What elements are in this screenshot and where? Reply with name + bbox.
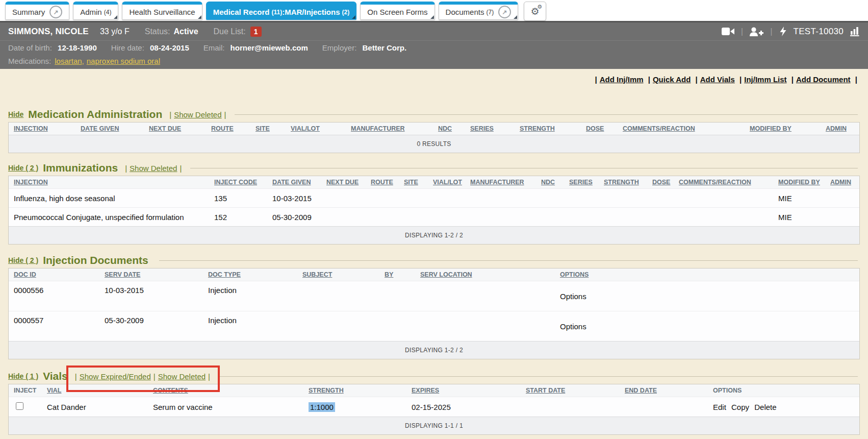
tab-documents[interactable]: Documents (7) ↗ bbox=[439, 2, 519, 20]
col-vial-lot[interactable]: VIAL/LOT bbox=[433, 176, 470, 189]
patient-header-icons: | | TEST-10030 bbox=[722, 27, 860, 37]
document-options-link[interactable]: Options bbox=[560, 311, 859, 342]
col-vial-lot[interactable]: VIAL/LOT bbox=[291, 123, 351, 135]
vials-show-deleted-link[interactable]: Show Deleted bbox=[158, 372, 206, 381]
col-date-given[interactable]: DATE GIVEN bbox=[81, 123, 149, 135]
vials-header: Hide ( 1 ) Vials | Show Expired/Ended | … bbox=[8, 369, 860, 384]
edit-link[interactable]: Edit bbox=[713, 403, 726, 411]
quick-add-link[interactable]: Quick Add bbox=[653, 75, 691, 84]
col-next-due[interactable]: NEXT DUE bbox=[326, 176, 371, 189]
document-options-link[interactable]: Options bbox=[560, 281, 859, 311]
injection-documents-hide-link[interactable]: Hide ( 2 ) bbox=[8, 256, 38, 264]
lightning-bolt-icon[interactable] bbox=[779, 27, 787, 36]
tab-summary-label: Summary bbox=[12, 8, 45, 16]
col-comments-reaction[interactable]: COMMENTS/REACTION bbox=[623, 123, 750, 135]
col-manufacturer[interactable]: MANUFACTURER bbox=[351, 123, 438, 135]
immunizations-hide-link[interactable]: Hide ( 2 ) bbox=[8, 164, 38, 172]
due-list-badge[interactable]: 1 bbox=[250, 27, 262, 37]
injection-documents-table: DOC ID SERV DATE DOC TYPE SUBJECT BY SER… bbox=[8, 268, 860, 359]
flowsheet-chart-icon[interactable] bbox=[850, 27, 860, 36]
hire-date-value: 08-24-2015 bbox=[150, 43, 189, 52]
col-site[interactable]: SITE bbox=[404, 176, 433, 189]
col-start-date[interactable]: START DATE bbox=[526, 384, 625, 397]
patient-age-sex: 33 y/o F bbox=[100, 27, 130, 36]
cell-doc-id: 0000556 bbox=[9, 281, 105, 311]
col-ndc[interactable]: NDC bbox=[541, 176, 569, 189]
col-inject-code[interactable]: INJECT CODE bbox=[214, 176, 272, 189]
tab-health-surveillance[interactable]: Health Surveillance bbox=[122, 2, 202, 20]
tab-medical-record[interactable]: Medical Record (11) :MAR/Injections (2) bbox=[206, 2, 357, 20]
immunizations-show-deleted-link[interactable]: Show Deleted bbox=[130, 164, 177, 173]
cell-strength: 1:1000 bbox=[309, 397, 412, 417]
add-user-icon[interactable] bbox=[750, 27, 763, 36]
col-ndc[interactable]: NDC bbox=[438, 123, 470, 135]
section-rule bbox=[235, 114, 858, 115]
col-route[interactable]: ROUTE bbox=[211, 123, 256, 135]
col-serv-date[interactable]: SERV DATE bbox=[105, 269, 208, 281]
tab-admin[interactable]: Admin (4) bbox=[73, 2, 118, 20]
col-doc-type[interactable]: DOC TYPE bbox=[208, 269, 302, 281]
col-end-date[interactable]: END DATE bbox=[625, 384, 713, 397]
inj-imm-list-link[interactable]: Inj/Imm List bbox=[744, 75, 786, 84]
med-admin-hide-link[interactable]: Hide bbox=[8, 110, 23, 118]
col-vial[interactable]: VIAL bbox=[47, 384, 153, 397]
col-dose[interactable]: DOSE bbox=[652, 176, 679, 189]
add-document-link[interactable]: Add Document bbox=[796, 75, 851, 84]
col-by[interactable]: BY bbox=[385, 269, 420, 281]
col-admin[interactable]: ADMIN bbox=[830, 176, 859, 189]
cell-doc-id: 0000557 bbox=[9, 311, 105, 342]
col-injection[interactable]: INJECTION bbox=[9, 123, 81, 135]
col-modified-by[interactable]: MODIFIED BY bbox=[778, 176, 830, 189]
vial-inject-checkbox[interactable] bbox=[16, 402, 23, 410]
chevron-corner-icon bbox=[198, 15, 201, 19]
col-strength[interactable]: STRENGTH bbox=[604, 176, 652, 189]
summary-popout-icon[interactable]: ↗ bbox=[49, 6, 62, 18]
col-manufacturer[interactable]: MANUFACTURER bbox=[470, 176, 541, 189]
col-strength[interactable]: STRENGTH bbox=[309, 384, 412, 397]
vials-hide-link[interactable]: Hide ( 1 ) bbox=[8, 372, 38, 380]
col-injection[interactable]: INJECTION bbox=[9, 176, 214, 189]
col-expires[interactable]: EXPIRES bbox=[412, 384, 526, 397]
video-call-icon[interactable] bbox=[722, 28, 734, 35]
chevron-corner-icon bbox=[430, 15, 434, 19]
delete-link[interactable]: Delete bbox=[754, 403, 776, 411]
med-admin-show-deleted-link[interactable]: Show Deleted bbox=[174, 110, 221, 119]
medication-link[interactable]: naproxen sodium oral bbox=[87, 57, 160, 65]
settings-button[interactable]: ⚙ ⚙ bbox=[524, 2, 546, 21]
col-date-given[interactable]: DATE GIVEN bbox=[272, 176, 326, 189]
medication-administration-table: INJECTION DATE GIVEN NEXT DUE ROUTE SITE… bbox=[8, 122, 860, 153]
selected-text: 1:1000 bbox=[309, 402, 335, 412]
col-series[interactable]: SERIES bbox=[470, 123, 520, 135]
col-serv-location[interactable]: SERV LOCATION bbox=[420, 269, 560, 281]
col-contents[interactable]: CONTENTS bbox=[153, 384, 309, 397]
results-band: DISPLAYING 1-2 / 2 bbox=[9, 342, 859, 359]
col-comments-reaction[interactable]: COMMENTS/REACTION bbox=[679, 176, 778, 189]
chevron-corner-icon bbox=[514, 15, 517, 19]
medication-link[interactable]: losartan bbox=[55, 57, 82, 65]
col-admin[interactable]: ADMIN bbox=[826, 123, 859, 135]
results-band: DISPLAYING 1-1 / 1 bbox=[9, 417, 859, 435]
col-series[interactable]: SERIES bbox=[569, 176, 604, 189]
col-doc-id[interactable]: DOC ID bbox=[9, 269, 105, 281]
cell-date-given: 10-03-2015 bbox=[272, 189, 326, 208]
tab-on-screen-forms[interactable]: On Screen Forms bbox=[360, 2, 435, 20]
documents-popout-icon[interactable]: ↗ bbox=[498, 6, 511, 18]
show-expired-ended-link[interactable]: Show Expired/Ended bbox=[80, 372, 151, 381]
immunizations-header: Hide ( 2 ) Immunizations | Show Deleted … bbox=[8, 160, 860, 176]
cell-options: Edit Copy Delete bbox=[713, 397, 859, 417]
add-inj-imm-link[interactable]: Add Inj/Imm bbox=[600, 75, 644, 84]
col-modified-by[interactable]: MODIFIED BY bbox=[750, 123, 826, 135]
chevron-corner-icon bbox=[114, 15, 117, 19]
col-options[interactable]: OPTIONS bbox=[560, 269, 859, 281]
vials-title: Vials bbox=[43, 370, 68, 382]
tab-summary[interactable]: Summary ↗ bbox=[5, 2, 69, 20]
col-subject[interactable]: SUBJECT bbox=[302, 269, 385, 281]
add-vials-link[interactable]: Add Vials bbox=[700, 75, 735, 84]
col-site[interactable]: SITE bbox=[256, 123, 291, 135]
col-route[interactable]: ROUTE bbox=[371, 176, 404, 189]
col-dose[interactable]: DOSE bbox=[586, 123, 623, 135]
immunizations-table: INJECTION INJECT CODE DATE GIVEN NEXT DU… bbox=[8, 176, 860, 245]
copy-link[interactable]: Copy bbox=[731, 403, 749, 411]
col-strength[interactable]: STRENGTH bbox=[520, 123, 586, 135]
col-next-due[interactable]: NEXT DUE bbox=[149, 123, 211, 135]
